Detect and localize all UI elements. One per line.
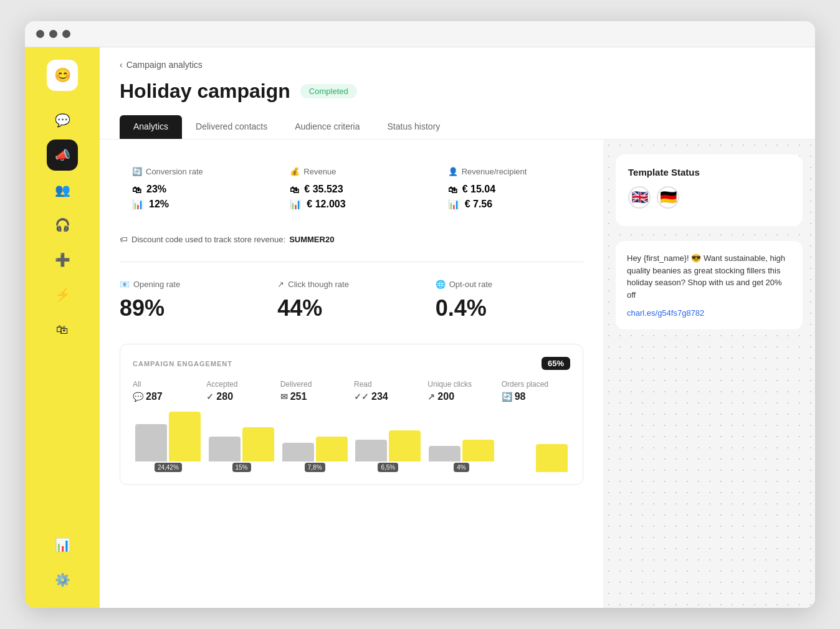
click-icon: ↗ xyxy=(277,280,284,289)
eng-col-all: All 💬 287 xyxy=(133,380,201,402)
bar-yellow-5 xyxy=(536,444,568,472)
click-label: ↗ Click though rate xyxy=(277,280,425,289)
optout-label: 🌐 Opt-out rate xyxy=(436,280,583,289)
bar-yellow-0 xyxy=(169,412,201,461)
recipient-icon: 👤 xyxy=(448,167,458,176)
tag-icon: 🏷 xyxy=(120,235,128,244)
bag-icon-sm: 🛍 xyxy=(132,184,141,195)
flag-uk[interactable]: 🇬🇧 xyxy=(628,186,651,209)
sidebar-item-support[interactable]: 🎧 xyxy=(47,209,78,240)
bag-icon-rev: 🛍 xyxy=(290,184,299,195)
metric-revenue-recipient: 👤 Revenue/recipient 🛍 € 15.04 📊 xyxy=(436,157,583,220)
sidebar-item-bag[interactable]: 🛍 xyxy=(47,314,78,345)
sidebar: 😊 💬 📣 👥 🎧 ➕ ⚡ 🛍 xyxy=(25,47,100,608)
support-icon: 🎧 xyxy=(55,217,70,232)
bar-group-3: 6,5% xyxy=(353,430,424,472)
status-badge: Completed xyxy=(300,84,357,98)
flag-de[interactable]: 🇩🇪 xyxy=(657,186,679,209)
tab-status-history[interactable]: Status history xyxy=(373,115,454,139)
topbar: ‹ Campaign analytics Holiday campaign Co… xyxy=(100,47,815,140)
eng-col-all-value: 💬 287 xyxy=(133,391,201,402)
conversion-value-2: 📊 12% xyxy=(132,199,255,210)
metric-revenue: 💰 Revenue 🛍 € 35.523 📊 € 12. xyxy=(277,157,425,220)
template-status-title: Template Status xyxy=(628,167,790,177)
conversion-values: 🛍 23% 📊 12% xyxy=(132,184,255,210)
eng-col-clicks-header: Unique clicks xyxy=(427,380,496,389)
logo-icon: 😊 xyxy=(54,67,71,83)
titlebar-dot-1 xyxy=(36,30,44,38)
opening-value: 89% xyxy=(120,295,267,321)
rev-recipient-value-2: 📊 € 7.56 xyxy=(448,199,571,210)
sidebar-item-lightning[interactable]: ⚡ xyxy=(47,279,78,310)
chart-icon-rr: 📊 xyxy=(448,199,460,210)
bar-yellow-1 xyxy=(242,427,274,461)
sidebar-item-chat[interactable]: 💬 xyxy=(47,105,78,136)
big-metric-opening: 📧 Opening rate 89% xyxy=(120,275,267,326)
bar-yellow-3 xyxy=(389,430,421,461)
tab-analytics[interactable]: Analytics xyxy=(120,115,182,139)
bar-group-0: 24,42% xyxy=(133,412,204,472)
message-text: Hey {first_name}! 😎 Want sustainable, hi… xyxy=(627,252,791,301)
engagement-card: CAMPAIGN ENGAGEMENT 65% All 💬 287 xyxy=(120,344,583,485)
main-content: ‹ Campaign analytics Holiday campaign Co… xyxy=(100,47,815,608)
revenue-icon: 💰 xyxy=(290,167,300,176)
tabs: Analytics Delivered contacts Audience cr… xyxy=(120,115,795,139)
double-check-icon: ✓✓ xyxy=(354,392,369,402)
conversion-rate-label: 🔄 Conversion rate xyxy=(132,167,255,176)
de-flag-icon: 🇩🇪 xyxy=(660,189,677,206)
eng-col-read-header: Read xyxy=(354,380,422,389)
revenue-label: 💰 Revenue xyxy=(290,167,413,176)
page-title: Holiday campaign xyxy=(120,80,290,103)
rev-recipient-value-1: 🛍 € 15.04 xyxy=(448,184,571,195)
add-icon: ➕ xyxy=(55,252,70,267)
big-metrics-row: 📧 Opening rate 89% ↗ Click though rate 4… xyxy=(120,275,583,326)
eng-col-clicks-value: ↗ 200 xyxy=(427,391,496,402)
back-button[interactable]: ‹ xyxy=(120,60,123,70)
check-icon: ✓ xyxy=(206,392,214,402)
message-link[interactable]: charl.es/g54fs7g8782 xyxy=(627,308,704,318)
discount-note: 🏷 Discount code used to track store reve… xyxy=(120,235,583,244)
chart-icon-sm: 📊 xyxy=(132,199,144,210)
bag-icon: 🛍 xyxy=(56,323,69,337)
sidebar-item-settings[interactable]: ⚙️ xyxy=(47,564,78,595)
bar-yellow-4 xyxy=(462,440,494,461)
optout-value: 0.4% xyxy=(436,295,583,321)
envelope-icon: ✉ xyxy=(280,392,288,402)
engagement-percentage: 65% xyxy=(542,357,570,370)
bar-yellow-2 xyxy=(316,437,348,461)
sidebar-item-contacts[interactable]: 👥 xyxy=(47,174,78,206)
globe-icon: 🌐 xyxy=(436,280,446,289)
engagement-columns: All 💬 287 Accepted ✓ 280 xyxy=(133,380,570,402)
eng-col-accepted: Accepted ✓ 280 xyxy=(206,380,275,402)
sidebar-item-campaign[interactable]: 📣 xyxy=(47,140,78,171)
opening-label: 📧 Opening rate xyxy=(120,280,267,289)
bar-gray-2 xyxy=(282,443,314,461)
divider xyxy=(120,262,583,262)
uk-flag-icon: 🇬🇧 xyxy=(631,189,648,206)
rev-recipient-label: 👤 Revenue/recipient xyxy=(448,167,571,176)
bar-gray-4 xyxy=(429,446,461,461)
metric-conversion-rate: 🔄 Conversion rate 🛍 23% 📊 12 xyxy=(120,157,267,220)
eng-col-accepted-header: Accepted xyxy=(206,380,275,389)
click-value: 44% xyxy=(277,295,425,321)
tab-audience[interactable]: Audience criteria xyxy=(281,115,373,139)
bar-label-0: 24,42% xyxy=(155,463,182,472)
sidebar-item-add[interactable]: ➕ xyxy=(47,244,78,275)
lightning-icon: ⚡ xyxy=(55,287,70,302)
bar-label-4: 4% xyxy=(454,463,469,472)
logo[interactable]: 😊 xyxy=(47,60,78,91)
titlebar-dot-2 xyxy=(49,30,57,38)
sidebar-item-chart[interactable]: 📊 xyxy=(47,529,78,560)
eng-col-delivered-header: Delivered xyxy=(280,380,349,389)
bar-gray-0 xyxy=(135,424,167,461)
campaign-icon: 📣 xyxy=(55,148,70,163)
tab-delivered[interactable]: Delivered contacts xyxy=(182,115,281,139)
bar-group-4: 4% xyxy=(426,440,497,472)
contacts-icon: 👥 xyxy=(55,182,70,197)
analytics-panel: 🔄 Conversion rate 🛍 23% 📊 12 xyxy=(100,140,603,608)
engagement-title: CAMPAIGN ENGAGEMENT xyxy=(133,360,232,367)
bar-gray-3 xyxy=(355,440,387,461)
revenue-value-1: 🛍 € 35.523 xyxy=(290,184,413,195)
eng-col-read: Read ✓✓ 234 xyxy=(354,380,422,402)
app-window: 😊 💬 📣 👥 🎧 ➕ ⚡ 🛍 xyxy=(25,21,815,608)
